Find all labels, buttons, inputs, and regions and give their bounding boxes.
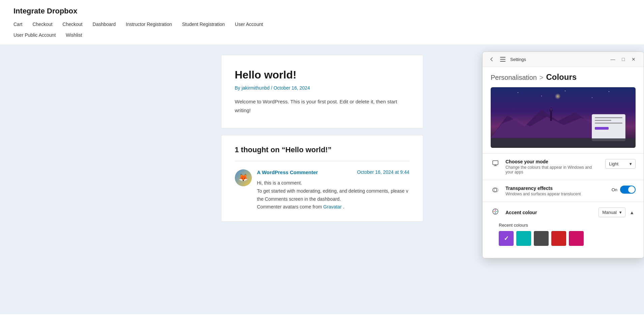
transparency-control: On bbox=[612, 186, 636, 194]
nav-checkout2[interactable]: Checkout bbox=[63, 22, 83, 27]
comment-line4-end: . bbox=[343, 204, 344, 209]
site-logo: Integrate Dropbox bbox=[13, 7, 631, 15]
preview-line bbox=[595, 117, 622, 118]
accent-header: Accent colour Manual ▾ ▲ bbox=[491, 207, 636, 217]
star bbox=[592, 97, 592, 98]
svg-rect-5 bbox=[550, 111, 552, 121]
nav-instructor-reg[interactable]: Instructor Registration bbox=[126, 22, 172, 27]
mode-icon bbox=[491, 160, 500, 169]
accent-controls: Manual ▾ ▲ bbox=[599, 207, 636, 217]
colour-swatch-4[interactable] bbox=[569, 231, 584, 246]
breadcrumb-parent[interactable]: Personalisation bbox=[491, 74, 537, 82]
wp-nav-row1: Cart Checkout Checkout Dashboard Instruc… bbox=[13, 22, 631, 27]
maximize-button[interactable]: □ bbox=[619, 55, 627, 63]
svg-rect-7 bbox=[551, 108, 552, 111]
mode-desc: Change the colours that appear in Window… bbox=[505, 165, 600, 174]
comments-divider bbox=[235, 161, 409, 161]
recent-colours-section: Recent colours bbox=[491, 223, 636, 253]
choose-mode-section: Choose your mode Change the colours that… bbox=[483, 153, 644, 180]
wp-main-column: Hello world! By jakirmithunbd / October … bbox=[214, 55, 430, 304]
back-button[interactable] bbox=[488, 56, 495, 63]
wp-header: Integrate Dropbox Cart Checkout Checkout… bbox=[0, 0, 644, 45]
svg-rect-0 bbox=[500, 57, 505, 58]
star bbox=[518, 92, 518, 93]
settings-breadcrumb: Personalisation > Colours bbox=[483, 67, 644, 85]
nav-checkout1[interactable]: Checkout bbox=[32, 22, 52, 27]
comments-title: 1 thought on “Hello world!” bbox=[235, 145, 409, 154]
mode-dropdown-chevron: ▾ bbox=[630, 161, 632, 166]
svg-rect-1 bbox=[500, 59, 505, 60]
nav-student-reg[interactable]: Student Registration bbox=[182, 22, 225, 27]
wp-comments-card: 1 thought on “Hello world!” 🦊 A WordPres… bbox=[221, 135, 423, 222]
titlebar-title-text: Settings bbox=[510, 57, 526, 62]
moon-glow bbox=[555, 93, 561, 99]
preview-lines bbox=[595, 117, 622, 124]
transparency-section-content: Transparency effects Windows and surface… bbox=[505, 186, 606, 196]
wallpaper-preview bbox=[491, 87, 636, 148]
nav-wishlist[interactable]: Wishlist bbox=[66, 32, 82, 38]
preview-accent bbox=[595, 127, 609, 130]
comment-text: Hi, this is a comment. To get started wi… bbox=[257, 179, 409, 211]
comment-line1: Hi, this is a comment. bbox=[257, 180, 302, 186]
mode-control: Light ▾ bbox=[605, 159, 636, 169]
commenter-name[interactable]: A WordPress Commenter bbox=[257, 169, 318, 175]
minimize-button[interactable]: — bbox=[608, 55, 618, 63]
avatar: 🦊 bbox=[235, 169, 252, 186]
settings-window: Settings — □ ✕ Personalisation > Colours bbox=[482, 52, 644, 258]
transparency-section: Transparency effects Windows and surface… bbox=[483, 180, 644, 202]
comment-date: October 16, 2024 at 9:44 bbox=[357, 169, 409, 175]
comment-line4: Commenter avatars come from bbox=[257, 204, 322, 209]
colour-swatch-3[interactable] bbox=[551, 231, 566, 246]
mode-value: Light bbox=[609, 161, 618, 166]
post-meta: By jakirmithunbd / October 16, 2024 bbox=[235, 85, 409, 91]
toggle-knob bbox=[628, 186, 635, 193]
transparency-toggle[interactable] bbox=[620, 186, 636, 194]
comment-line2: To get started with moderating, editing,… bbox=[257, 188, 408, 194]
star bbox=[609, 91, 609, 92]
taskbar-preview bbox=[491, 138, 636, 148]
nav-cart[interactable]: Cart bbox=[13, 22, 22, 27]
comment-line3: the Comments screen in the dashboard. bbox=[257, 196, 341, 202]
toggle-label: On bbox=[612, 187, 617, 192]
accent-dropdown[interactable]: Manual ▾ bbox=[599, 207, 625, 217]
avatar-image: 🦊 bbox=[235, 169, 252, 186]
colour-swatch-2[interactable] bbox=[534, 231, 549, 246]
colour-swatch-1[interactable] bbox=[516, 231, 531, 246]
accent-expand-button[interactable]: ▲ bbox=[628, 208, 636, 217]
accent-title: Accent colour bbox=[505, 210, 593, 215]
breadcrumb-current: Colours bbox=[546, 72, 577, 82]
nav-dashboard[interactable]: Dashboard bbox=[93, 22, 116, 27]
accent-value: Manual bbox=[602, 210, 617, 215]
titlebar-controls: — □ ✕ bbox=[608, 55, 638, 63]
svg-rect-8 bbox=[493, 161, 498, 165]
colour-swatch-0[interactable] bbox=[499, 231, 514, 246]
transparency-title: Transparency effects bbox=[505, 186, 606, 191]
nav-user-public-account[interactable]: User Public Account bbox=[13, 32, 56, 38]
comment-body: A WordPress Commenter October 16, 2024 a… bbox=[257, 169, 409, 211]
mode-dropdown[interactable]: Light ▾ bbox=[605, 159, 636, 169]
mode-section-content: Choose your mode Change the colours that… bbox=[505, 159, 600, 174]
comment-header: A WordPress Commenter October 16, 2024 a… bbox=[257, 169, 409, 175]
wp-comment: 🦊 A WordPress Commenter October 16, 2024… bbox=[235, 169, 409, 211]
close-button[interactable]: ✕ bbox=[629, 55, 638, 63]
titlebar-left: Settings bbox=[488, 56, 526, 63]
nav-user-account[interactable]: User Account bbox=[235, 22, 263, 27]
wp-nav-row2: User Public Account Wishlist bbox=[13, 32, 631, 38]
menu-button[interactable] bbox=[499, 56, 507, 63]
star bbox=[565, 91, 565, 91]
star bbox=[541, 96, 542, 96]
preview-line bbox=[595, 120, 611, 121]
wp-post-card: Hello world! By jakirmithunbd / October … bbox=[221, 55, 423, 128]
accent-icon bbox=[491, 208, 500, 217]
preview-line bbox=[595, 123, 622, 124]
accent-title-area: Accent colour bbox=[505, 210, 593, 215]
breadcrumb-separator: > bbox=[540, 74, 544, 82]
transparency-icon bbox=[491, 186, 500, 195]
window-preview bbox=[592, 114, 625, 141]
settings-titlebar: Settings — □ ✕ bbox=[483, 52, 644, 67]
gravatar-link[interactable]: Gravatar bbox=[323, 204, 341, 209]
svg-rect-2 bbox=[500, 61, 505, 62]
toggle-container: On bbox=[612, 186, 636, 194]
post-title: Hello world! bbox=[235, 69, 409, 81]
recent-colours-title: Recent colours bbox=[499, 223, 627, 228]
